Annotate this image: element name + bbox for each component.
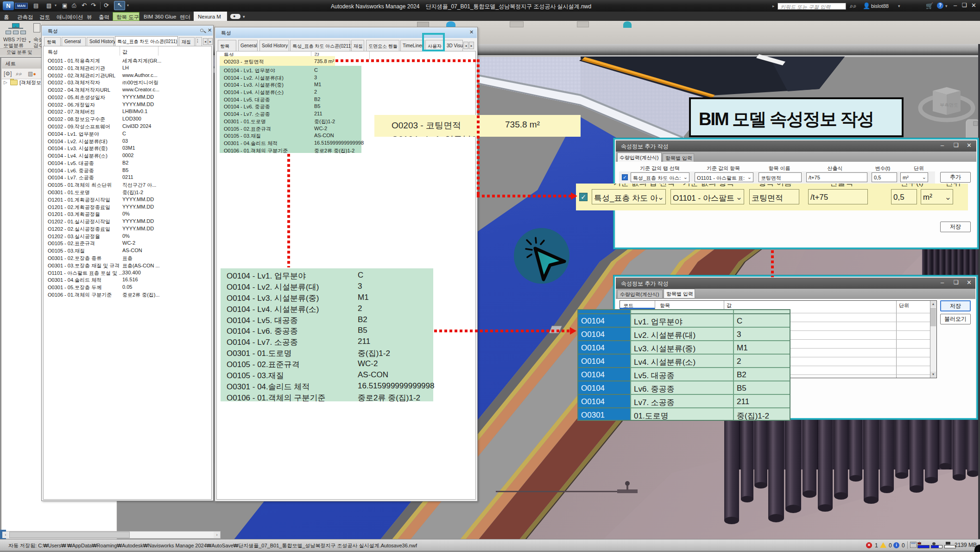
svg-text:부측면도: 부측면도 [940,102,958,108]
